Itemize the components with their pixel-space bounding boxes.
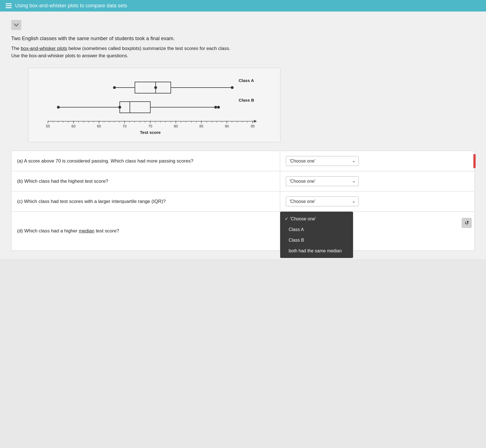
svg-text:95: 95 xyxy=(251,124,255,128)
collapse-button[interactable] xyxy=(11,20,21,30)
question-a: (a) A score above 70 is considered passi… xyxy=(11,151,280,171)
chevron-down-icon xyxy=(14,23,19,27)
svg-text:85: 85 xyxy=(199,124,203,128)
dropdown-c[interactable]: 'Choose one' Class A Class B both had th… xyxy=(286,196,359,206)
x-axis-label: Test score xyxy=(140,130,161,135)
row-a: (a) A score above 70 is considered passi… xyxy=(11,151,475,171)
intro-line3: Use the box-and-whisker plots to answer … xyxy=(11,53,128,58)
row-b: (b) Which class had the highest test sco… xyxy=(11,171,475,191)
svg-text:90: 90 xyxy=(225,124,229,128)
top-bar-title: Using box-and-whisker plots to compare d… xyxy=(15,3,127,9)
svg-point-58 xyxy=(231,86,234,89)
svg-point-63 xyxy=(57,106,60,109)
answer-cell-d: 'Choose one' Class A Class B both had th… xyxy=(280,212,475,251)
top-bar: Using box-and-whisker plots to compare d… xyxy=(0,0,486,12)
question-d-text: (d) Which class had a higher median test… xyxy=(17,228,119,234)
intro-line2: The box-and-whisker plots below (sometim… xyxy=(11,45,475,59)
question-b: (b) Which class had the highest test sco… xyxy=(11,171,280,191)
svg-text:60: 60 xyxy=(72,124,75,128)
question-d: (d) Which class had a higher median test… xyxy=(11,212,280,251)
intro-line1: Two English classes with the same number… xyxy=(11,36,475,42)
svg-point-66 xyxy=(217,106,220,109)
option-class-b[interactable]: Class B xyxy=(280,235,353,246)
svg-text:75: 75 xyxy=(148,124,152,128)
svg-point-56 xyxy=(113,86,116,89)
svg-marker-1 xyxy=(254,120,257,123)
svg-rect-53 xyxy=(135,82,171,93)
row-c: (c) Which class had test scores with a l… xyxy=(11,191,475,212)
dropdown-wrapper-b: 'Choose one' Class A Class B both had th… xyxy=(286,176,359,186)
option-choose-one[interactable]: 'Choose one' xyxy=(280,213,353,224)
dropdown-b[interactable]: 'Choose one' Class A Class B both had th… xyxy=(286,176,359,186)
svg-rect-60 xyxy=(120,102,150,113)
hamburger-icon[interactable] xyxy=(6,3,12,8)
answer-cell-c: 'Choose one' Class A Class B both had th… xyxy=(280,191,475,212)
svg-text:65: 65 xyxy=(97,124,101,128)
class-a-label: Class A xyxy=(239,78,254,83)
dropdown-wrapper-c: 'Choose one' Class A Class B both had th… xyxy=(286,196,359,206)
svg-text:80: 80 xyxy=(174,124,178,128)
content-area: Two English classes with the same number… xyxy=(0,12,486,259)
undo-button[interactable]: ↺ xyxy=(462,218,472,228)
row-d: (d) Which class had a higher median test… xyxy=(11,212,475,251)
svg-point-65 xyxy=(214,106,217,109)
dropdown-wrapper-a: 'Choose one' Class A Class B both had th… xyxy=(286,156,359,166)
question-c: (c) Which class had test scores with a l… xyxy=(11,191,280,212)
answer-cell-a: 'Choose one' Class A Class B both had th… xyxy=(280,151,475,171)
svg-text:70: 70 xyxy=(123,124,126,128)
red-tab-a xyxy=(473,154,476,168)
dropdown-a[interactable]: 'Choose one' Class A Class B both had th… xyxy=(286,156,359,166)
svg-point-57 xyxy=(154,86,157,89)
class-b-label: Class B xyxy=(239,98,254,102)
boxplot-chart: Class A Class B 55 60 65 70 75 xyxy=(37,74,267,135)
dropdown-d-open[interactable]: 'Choose one' Class A Class B both had th… xyxy=(280,212,353,258)
option-class-a[interactable]: Class A xyxy=(280,224,353,235)
option-same-median[interactable]: both had the same median xyxy=(280,246,353,256)
answer-cell-b: 'Choose one' Class A Class B both had th… xyxy=(280,171,475,191)
boxplot-link[interactable]: box-and-whisker plots xyxy=(21,46,67,51)
chart-container: Class A Class B 55 60 65 70 75 xyxy=(28,68,280,142)
svg-point-64 xyxy=(118,106,121,109)
qa-table: (a) A score above 70 is considered passi… xyxy=(11,151,475,251)
svg-text:55: 55 xyxy=(46,124,50,128)
